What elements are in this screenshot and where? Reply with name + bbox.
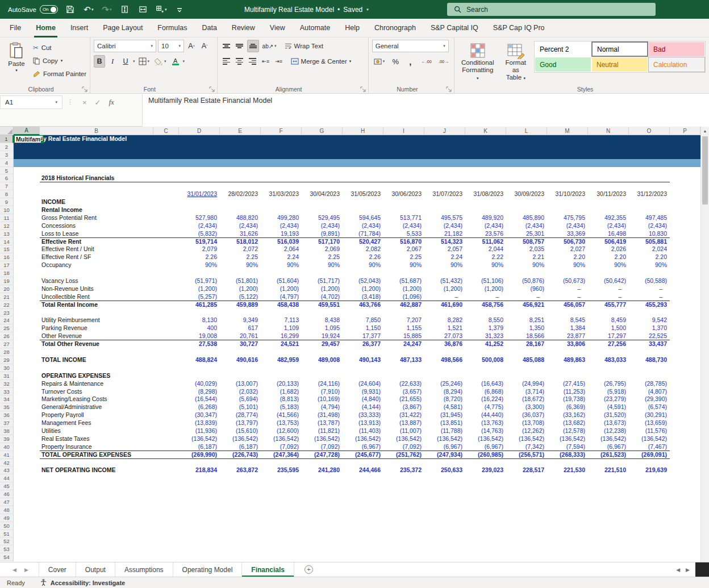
cell[interactable] — [547, 206, 588, 214]
cell[interactable]: 17,297 — [588, 332, 629, 340]
insert-function-icon[interactable]: fx — [109, 98, 114, 107]
cell[interactable] — [14, 474, 40, 482]
cell[interactable] — [424, 206, 465, 214]
cell[interactable]: 8,459 — [588, 316, 629, 324]
cell[interactable]: 31,626 — [220, 230, 261, 238]
cell[interactable]: (15,610) — [220, 427, 261, 435]
cell[interactable]: (13,787) — [302, 419, 343, 427]
cell[interactable] — [465, 530, 506, 538]
cell[interactable]: (11,936) — [179, 427, 220, 435]
cell[interactable] — [343, 474, 383, 482]
orientation-icon[interactable]: ab↗▾ — [261, 40, 278, 52]
cell[interactable] — [153, 498, 179, 506]
cell[interactable]: (30,291) — [629, 411, 670, 419]
cell[interactable] — [153, 309, 179, 317]
cell[interactable]: (136,542) — [506, 435, 547, 443]
cell[interactable]: (268,333) — [547, 451, 588, 459]
cell[interactable] — [343, 167, 383, 175]
column-header-m[interactable]: M — [547, 127, 588, 135]
cell[interactable] — [383, 553, 424, 561]
cell[interactable] — [588, 459, 629, 467]
cell[interactable] — [14, 364, 40, 372]
cell[interactable] — [14, 348, 40, 356]
row-header-40[interactable]: 40 — [0, 443, 14, 451]
cell[interactable] — [261, 269, 302, 277]
row-header-30[interactable]: 30 — [0, 364, 14, 372]
cell[interactable]: 235,595 — [261, 466, 302, 474]
cell[interactable] — [14, 372, 40, 380]
cell[interactable] — [302, 198, 343, 206]
cell[interactable] — [670, 238, 700, 246]
cell[interactable] — [670, 459, 700, 467]
cell[interactable] — [465, 459, 506, 467]
new-sheet-button[interactable]: + — [294, 562, 323, 577]
cell[interactable] — [14, 174, 40, 182]
cell[interactable]: (4,144) — [343, 403, 383, 411]
row-header-1[interactable]: 1 — [0, 135, 14, 143]
cell[interactable] — [179, 498, 220, 506]
name-box-dropdown-icon[interactable]: ▾ — [55, 100, 57, 105]
cell[interactable] — [588, 553, 629, 561]
cell[interactable]: (136,542) — [343, 435, 383, 443]
column-header-o[interactable]: O — [629, 127, 670, 135]
format-as-table-button[interactable]: Format as Table ▾ — [502, 41, 529, 83]
cell[interactable]: 459,551 — [302, 301, 343, 309]
cell[interactable]: – — [629, 285, 670, 293]
cell[interactable]: 2.24 — [261, 253, 302, 261]
resize-cols-icon[interactable] — [137, 4, 149, 15]
select-all-corner[interactable] — [0, 127, 14, 135]
cell[interactable]: (50,642) — [588, 277, 629, 285]
clipboard-dialog-launcher-icon[interactable] — [82, 86, 87, 92]
cell[interactable] — [179, 545, 220, 553]
cell[interactable]: 1,109 — [261, 324, 302, 332]
cell[interactable]: 456,921 — [506, 301, 547, 309]
cell[interactable] — [14, 506, 40, 514]
cell[interactable]: 22,525 — [629, 332, 670, 340]
cell[interactable] — [506, 206, 547, 214]
bold-button[interactable]: B — [94, 55, 105, 68]
cell[interactable]: (136,542) — [220, 435, 261, 443]
cell[interactable]: (13,763) — [465, 419, 506, 427]
cell[interactable]: 27,073 — [424, 332, 465, 340]
cell[interactable]: 488,824 — [179, 356, 220, 364]
cell[interactable] — [547, 372, 588, 380]
column-header-f[interactable]: F — [261, 127, 302, 135]
cell[interactable] — [302, 530, 343, 538]
cell[interactable]: Management Fees — [40, 419, 153, 427]
cell[interactable] — [465, 198, 506, 206]
cell[interactable]: – — [547, 293, 588, 301]
cell[interactable]: (16,643) — [465, 380, 506, 388]
cell[interactable] — [424, 372, 465, 380]
cell[interactable]: (251,762) — [383, 451, 424, 459]
cell[interactable] — [14, 190, 40, 198]
cell[interactable] — [153, 537, 179, 545]
cell[interactable]: (7,092) — [383, 443, 424, 451]
cell[interactable]: Uncollectible Rent — [40, 293, 153, 301]
cell[interactable]: (29,390) — [629, 395, 670, 403]
number-format-select[interactable]: General▾ — [372, 40, 449, 52]
cell[interactable] — [383, 545, 424, 553]
cell[interactable]: Gross Potential Rent — [40, 214, 153, 222]
alignment-dialog-launcher-icon[interactable] — [360, 86, 366, 92]
cell[interactable] — [547, 198, 588, 206]
cell[interactable]: 2,027 — [547, 245, 588, 253]
cell[interactable]: 499,280 — [261, 214, 302, 222]
cell[interactable] — [506, 482, 547, 490]
cell[interactable] — [343, 514, 383, 522]
cell[interactable]: Property Payroll — [40, 411, 153, 419]
cell[interactable] — [220, 498, 261, 506]
cell[interactable] — [588, 309, 629, 317]
cell[interactable] — [424, 482, 465, 490]
cell[interactable] — [506, 459, 547, 467]
cell[interactable] — [14, 261, 40, 269]
cell[interactable] — [40, 482, 153, 490]
cell[interactable]: 500,008 — [465, 356, 506, 364]
cell[interactable] — [179, 174, 220, 182]
cell[interactable] — [343, 490, 383, 498]
cell[interactable]: Effective Rent / Unit — [40, 245, 153, 253]
cell[interactable] — [670, 261, 700, 269]
cell[interactable] — [629, 530, 670, 538]
cell[interactable] — [383, 348, 424, 356]
cell[interactable]: (1,200) — [383, 285, 424, 293]
cell[interactable]: 2,044 — [465, 245, 506, 253]
